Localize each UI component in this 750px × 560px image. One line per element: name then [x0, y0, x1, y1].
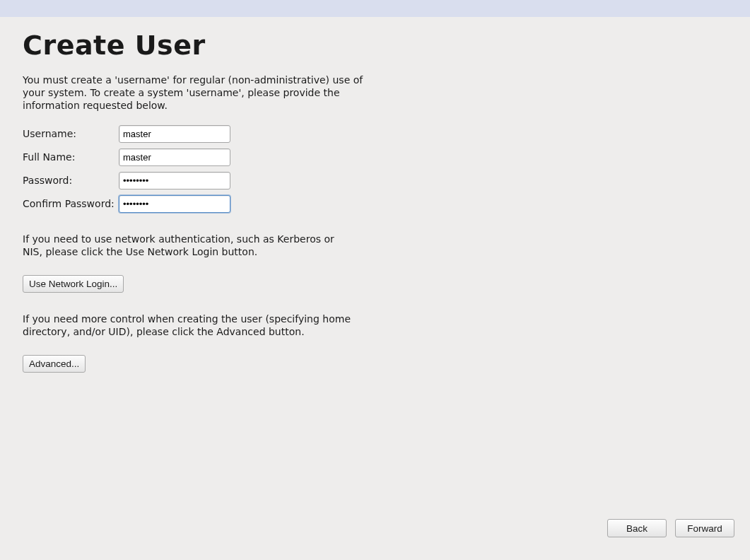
username-label: Username: — [23, 128, 119, 139]
advanced-button[interactable]: Advanced... — [23, 355, 86, 373]
confirm-password-label: Confirm Password: — [23, 198, 119, 209]
main-content: Create User You must create a 'username'… — [0, 17, 396, 373]
row-confirm-password: Confirm Password: — [23, 195, 396, 213]
fullname-input[interactable] — [119, 148, 230, 166]
password-label: Password: — [23, 175, 119, 186]
advanced-note: If you need more control when creating t… — [23, 313, 355, 338]
top-banner — [0, 0, 750, 17]
network-login-note: If you need to use network authenticatio… — [23, 233, 355, 258]
page-title: Create User — [23, 30, 396, 61]
fullname-label: Full Name: — [23, 151, 119, 163]
confirm-password-input[interactable] — [119, 195, 230, 213]
back-button[interactable]: Back — [607, 519, 667, 537]
use-network-login-button[interactable]: Use Network Login... — [23, 275, 124, 293]
intro-text: You must create a 'username' for regular… — [23, 74, 376, 112]
forward-button[interactable]: Forward — [675, 519, 734, 537]
footer-nav: Back Forward — [607, 519, 734, 537]
row-fullname: Full Name: — [23, 148, 396, 166]
password-input[interactable] — [119, 172, 230, 189]
username-input[interactable] — [119, 125, 230, 143]
row-password: Password: — [23, 172, 396, 189]
row-username: Username: — [23, 125, 396, 143]
